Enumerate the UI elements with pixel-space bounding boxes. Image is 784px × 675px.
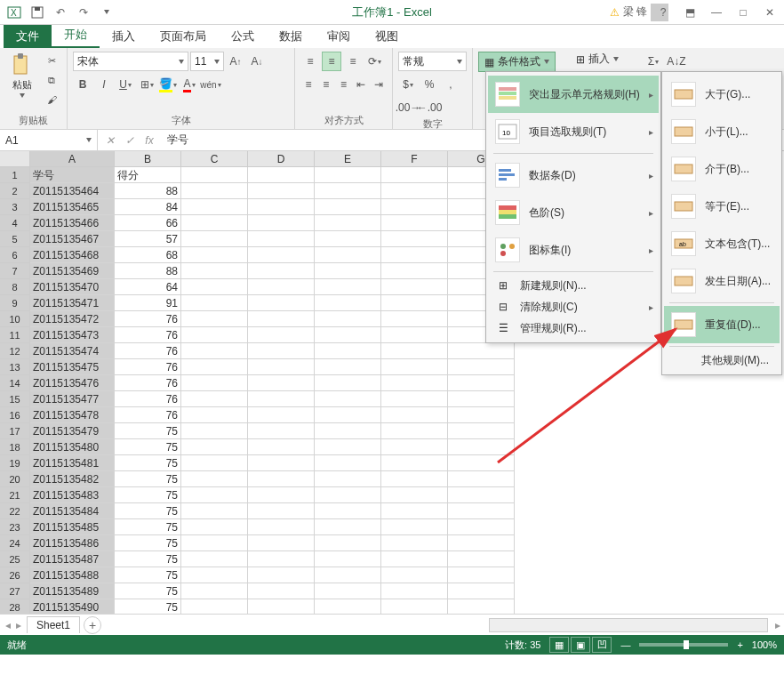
row-header[interactable]: 24 (0, 535, 30, 551)
align-left-icon[interactable]: ≡ (300, 75, 316, 94)
cell[interactable] (315, 391, 381, 407)
menu-greater-than[interactable]: 大于(G)... (664, 76, 780, 113)
cell[interactable]: 75 (115, 583, 181, 599)
cell[interactable] (381, 567, 448, 583)
currency-icon[interactable]: $ (398, 75, 418, 94)
cell[interactable] (315, 167, 381, 183)
redo-icon[interactable]: ↷ (73, 3, 94, 22)
cell[interactable]: 75 (115, 551, 181, 567)
cell[interactable] (381, 343, 448, 359)
cell[interactable] (248, 327, 315, 343)
row-header[interactable]: 23 (0, 519, 30, 535)
increase-font-icon[interactable]: A↑ (226, 52, 245, 71)
row-header[interactable]: 11 (0, 327, 30, 343)
autosum-icon[interactable]: Σ (644, 52, 663, 71)
cell[interactable] (448, 535, 515, 551)
row-header[interactable]: 19 (0, 455, 30, 471)
sort-filter-icon[interactable]: A↓Z (667, 52, 686, 71)
sheet-nav-prev-icon[interactable]: ◂ (5, 619, 11, 631)
cell[interactable] (448, 583, 515, 599)
insert-cells-button[interactable]: ⊞ 插入 (576, 52, 619, 67)
column-header-A[interactable]: A (30, 151, 115, 167)
row-header[interactable]: 1 (0, 167, 30, 183)
font-color-button[interactable]: A (180, 75, 199, 94)
cell[interactable] (248, 167, 315, 183)
cell[interactable] (315, 455, 381, 471)
help-icon[interactable]: ? (651, 3, 676, 22)
row-header[interactable]: 26 (0, 567, 30, 583)
cell[interactable] (448, 567, 515, 583)
cell[interactable] (315, 551, 381, 567)
cell[interactable] (248, 375, 315, 391)
cell[interactable]: 68 (115, 247, 181, 263)
cell[interactable]: 76 (115, 407, 181, 423)
cell[interactable] (381, 327, 448, 343)
cell[interactable] (448, 487, 515, 503)
cell[interactable]: Z0115135480 (30, 439, 115, 455)
name-box[interactable]: A1 (0, 130, 98, 150)
cell[interactable]: Z0115135466 (30, 215, 115, 231)
tab-formulas[interactable]: 公式 (219, 25, 267, 48)
row-header[interactable]: 18 (0, 439, 30, 455)
cell[interactable] (448, 439, 515, 455)
cell[interactable] (315, 359, 381, 375)
row-header[interactable]: 16 (0, 407, 30, 423)
cell[interactable]: 75 (115, 535, 181, 551)
row-header[interactable]: 15 (0, 391, 30, 407)
cell[interactable] (248, 199, 315, 215)
column-header-E[interactable]: E (315, 151, 381, 167)
sheet-tab[interactable]: Sheet1 (27, 616, 80, 633)
select-all-corner[interactable] (0, 151, 30, 167)
cell[interactable] (248, 583, 315, 599)
cell[interactable] (181, 327, 248, 343)
cell[interactable] (248, 247, 315, 263)
cell[interactable]: Z0115135482 (30, 471, 115, 487)
orientation-icon[interactable]: ⟳ (364, 52, 384, 71)
cell[interactable] (315, 343, 381, 359)
cell[interactable] (381, 295, 448, 311)
cell[interactable] (181, 439, 248, 455)
cell[interactable] (181, 199, 248, 215)
bold-button[interactable]: B (73, 75, 92, 94)
cell[interactable] (315, 487, 381, 503)
cell[interactable] (315, 567, 381, 583)
cell[interactable] (448, 343, 515, 359)
cell[interactable] (381, 407, 448, 423)
cell[interactable] (181, 407, 248, 423)
cell[interactable] (381, 599, 448, 614)
cell[interactable]: 76 (115, 391, 181, 407)
row-header[interactable]: 13 (0, 359, 30, 375)
cell[interactable]: Z0115135469 (30, 263, 115, 279)
row-header[interactable]: 17 (0, 423, 30, 439)
cell[interactable]: Z0115135472 (30, 311, 115, 327)
zoom-in-icon[interactable]: + (737, 639, 742, 650)
cell[interactable] (248, 263, 315, 279)
row-header[interactable]: 27 (0, 583, 30, 599)
cell[interactable] (181, 247, 248, 263)
row-header[interactable]: 10 (0, 311, 30, 327)
cell[interactable] (315, 231, 381, 247)
zoom-out-icon[interactable]: — (620, 639, 630, 650)
cell[interactable] (248, 535, 315, 551)
cell[interactable]: Z0115135489 (30, 583, 115, 599)
border-button[interactable]: ⊞ (137, 75, 156, 94)
add-sheet-button[interactable]: + (84, 616, 101, 634)
cell[interactable] (381, 199, 448, 215)
cell[interactable] (381, 503, 448, 519)
row-header[interactable]: 8 (0, 279, 30, 295)
cell[interactable] (381, 583, 448, 599)
cell[interactable]: Z0115135486 (30, 535, 115, 551)
menu-icon-sets[interactable]: 图标集(I)▸ (488, 231, 659, 269)
cell[interactable] (181, 311, 248, 327)
cell[interactable] (448, 455, 515, 471)
cell[interactable] (315, 503, 381, 519)
menu-clear-rules[interactable]: ⊟ 清除规则(C)▸ (488, 296, 659, 317)
cell[interactable]: Z0115135490 (30, 599, 115, 614)
conditional-formatting-button[interactable]: ▦ 条件格式 (478, 52, 556, 72)
cell[interactable]: 75 (115, 503, 181, 519)
cell[interactable] (315, 279, 381, 295)
cell[interactable] (315, 471, 381, 487)
zoom-level[interactable]: 100% (752, 639, 777, 650)
cell[interactable]: Z0115135470 (30, 279, 115, 295)
cell[interactable] (381, 487, 448, 503)
